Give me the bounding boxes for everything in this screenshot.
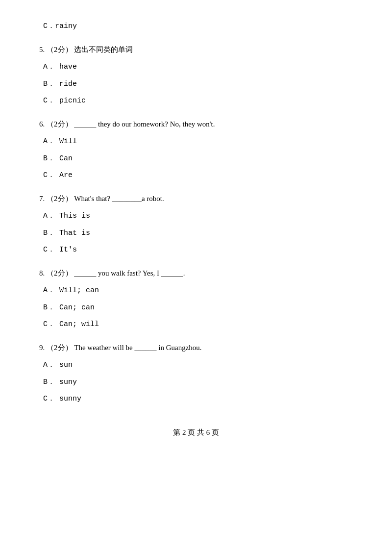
question-7-title: 7. （2分） What's that? ________a robot. [39, 192, 353, 206]
option-a-text: This is [59, 212, 90, 220]
option-b-text: suny [59, 378, 77, 386]
option-b-label: B． [43, 80, 55, 88]
option-c-label: C． [43, 395, 55, 403]
question-6-option-c: C． Are [39, 169, 353, 183]
option-c-rainy: C．rainy [39, 20, 353, 34]
question-8-option-a: A． Will; can [39, 284, 353, 298]
option-a-text: have [59, 63, 77, 71]
question-6-title: 6. （2分） ______ they do our homework? No,… [39, 117, 353, 131]
option-b-label: B． [43, 303, 55, 312]
option-b-label: B． [43, 378, 55, 386]
option-c-label: C． [43, 320, 55, 328]
question-6-number: 6. [39, 120, 45, 128]
question-6-option-b: B． Can [39, 152, 353, 166]
option-c-text: It's [59, 246, 77, 254]
question-9-body: The weather will be ______ in Guangzhou. [74, 344, 201, 352]
question-7: 7. （2分） What's that? ________a robot. A．… [39, 192, 353, 257]
question-7-option-a: A． This is [39, 209, 353, 224]
option-a-label: A． [43, 212, 55, 220]
option-b-label: B． [43, 154, 55, 163]
question-8-body: ______ you walk fast? Yes, I ______. [74, 269, 185, 277]
option-a-text: Will [59, 137, 77, 146]
question-6-option-a: A． Will [39, 135, 353, 149]
option-a-text: sun [59, 361, 73, 369]
question-5-number: 5. [39, 46, 45, 53]
question-5-title: 5. （2分） 选出不同类的单词 [39, 43, 353, 57]
option-c-text: sunny [59, 395, 81, 403]
question-8-number: 8. [39, 269, 45, 277]
question-7-option-b: B． That is [39, 227, 353, 241]
question-9: 9. （2分） The weather will be ______ in Gu… [39, 341, 353, 406]
question-5-points: （2分） [47, 46, 73, 53]
option-c-text: Are [59, 171, 73, 179]
option-c-text: picnic [59, 97, 86, 105]
question-5-option-c: C． picnic [39, 94, 353, 108]
question-9-number: 9. [39, 344, 45, 352]
option-b-text: ride [59, 80, 77, 88]
option-a-label: A． [43, 286, 55, 295]
option-a-label: A． [43, 361, 55, 369]
question-7-number: 7. [39, 195, 45, 202]
question-8-option-b: B． Can; can [39, 301, 353, 315]
question-7-option-c: C． It's [39, 243, 353, 257]
option-c-text: Can; will [59, 320, 99, 328]
question-5-option-a: A． have [39, 60, 353, 75]
question-6: 6. （2分） ______ they do our homework? No,… [39, 117, 353, 183]
question-8-option-c: C． Can; will [39, 318, 353, 332]
option-a-text: Will; can [59, 286, 99, 295]
option-b-text: Can [59, 154, 73, 163]
question-8-points: （2分） [47, 269, 73, 277]
question-9-points: （2分） [47, 344, 73, 352]
question-7-points: （2分） [47, 195, 73, 202]
option-b-label: B． [43, 229, 55, 237]
question-9-option-b: B． suny [39, 376, 353, 390]
question-6-body: ______ they do our homework? No, they wo… [74, 120, 215, 128]
option-b-text: Can; can [59, 303, 95, 312]
question-6-points: （2分） [47, 120, 73, 128]
option-c-label: C． [43, 171, 55, 179]
question-5-option-b: B． ride [39, 77, 353, 92]
option-c-label: C． [43, 246, 55, 254]
option-b-text: That is [59, 229, 90, 237]
option-a-label: A． [43, 137, 55, 146]
question-7-body: What's that? ________a robot. [74, 195, 164, 202]
question-9-title: 9. （2分） The weather will be ______ in Gu… [39, 341, 353, 355]
option-c-label: C． [43, 97, 55, 105]
question-8-title: 8. （2分） ______ you walk fast? Yes, I ___… [39, 266, 353, 280]
question-8: 8. （2分） ______ you walk fast? Yes, I ___… [39, 266, 353, 332]
question-5: 5. （2分） 选出不同类的单词 A． have B． ride C． picn… [39, 43, 353, 108]
option-text: C．rainy [39, 20, 353, 34]
question-9-option-c: C． sunny [39, 392, 353, 406]
page-footer: 第 2 页 共 6 页 [39, 426, 353, 439]
option-a-label: A． [43, 63, 55, 71]
question-9-option-a: A． sun [39, 358, 353, 373]
footer-text: 第 2 页 共 6 页 [173, 429, 219, 436]
question-5-body: 选出不同类的单词 [74, 46, 133, 53]
